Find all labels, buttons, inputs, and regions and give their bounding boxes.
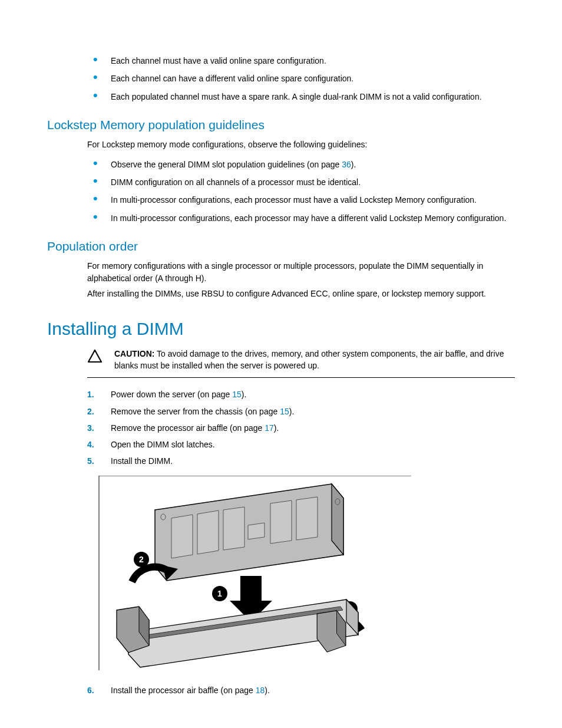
text: Install the processor air baffle (on pag… bbox=[111, 686, 256, 695]
install-steps: Power down the server (on page 15). Remo… bbox=[87, 386, 515, 469]
lockstep-bullet-list: Observe the general DIMM slot population… bbox=[47, 156, 515, 227]
caution-text: CAUTION: To avoid damage to the drives, … bbox=[114, 348, 515, 372]
text: Observe the general DIMM slot population… bbox=[111, 160, 342, 169]
page-link[interactable]: 36 bbox=[342, 160, 351, 169]
caution-box: CAUTION: To avoid damage to the drives, … bbox=[87, 347, 515, 378]
text: ). bbox=[289, 407, 295, 416]
text: ). bbox=[265, 686, 270, 695]
svg-marker-9 bbox=[296, 497, 318, 540]
list-item: Install the DIMM. bbox=[87, 453, 515, 469]
heading-installing: Installing a DIMM bbox=[47, 316, 515, 342]
population-p2: After installing the DIMMs, use RBSU to … bbox=[87, 288, 515, 299]
svg-marker-6 bbox=[223, 507, 244, 550]
list-item: Install the processor air baffle (on pag… bbox=[87, 682, 515, 699]
text: Remove the server from the chassis (on p… bbox=[111, 407, 280, 416]
list-item: Observe the general DIMM slot population… bbox=[87, 156, 515, 173]
svg-marker-7 bbox=[248, 523, 265, 539]
dimm-install-figure: 1 2 2 bbox=[93, 476, 515, 676]
page-link[interactable]: 17 bbox=[265, 423, 274, 433]
list-item: In multi-processor configurations, each … bbox=[87, 209, 515, 227]
intro-bullet-list: Each channel must have a valid online sp… bbox=[47, 52, 515, 106]
text: ). bbox=[351, 160, 356, 169]
caution-label: CAUTION: bbox=[114, 349, 154, 358]
caution-icon bbox=[87, 348, 104, 372]
svg-marker-8 bbox=[270, 500, 292, 543]
heading-lockstep: Lockstep Memory population guidelines bbox=[47, 116, 515, 134]
list-item: Open the DIMM slot latches. bbox=[87, 436, 515, 453]
list-item: Each channel can have a different valid … bbox=[87, 70, 515, 87]
svg-marker-5 bbox=[197, 510, 219, 554]
text: Power down the server (on page bbox=[111, 390, 232, 399]
list-item: Each populated channel must have a spare… bbox=[87, 88, 515, 106]
list-item: In multi-processor configurations, each … bbox=[87, 191, 515, 209]
svg-text:2: 2 bbox=[139, 555, 144, 564]
svg-text:1: 1 bbox=[217, 589, 222, 598]
svg-marker-4 bbox=[171, 515, 193, 558]
install-steps-cont: Install the processor air baffle (on pag… bbox=[87, 682, 515, 699]
caution-body: To avoid damage to the drives, memory, a… bbox=[114, 349, 504, 370]
page-link[interactable]: 15 bbox=[280, 407, 289, 416]
list-item: Remove the server from the chassis (on p… bbox=[87, 403, 515, 420]
list-item: DIMM configuration on all channels of a … bbox=[87, 173, 515, 191]
text: Remove the processor air baffle (on page bbox=[111, 423, 265, 433]
list-item: Power down the server (on page 15). bbox=[87, 386, 515, 403]
heading-population: Population order bbox=[47, 238, 515, 255]
population-p1: For memory configurations with a single … bbox=[87, 260, 515, 284]
list-item: Each channel must have a valid online sp… bbox=[87, 52, 515, 70]
page-link[interactable]: 15 bbox=[232, 390, 242, 399]
text: ). bbox=[274, 423, 279, 433]
text: ). bbox=[242, 390, 247, 399]
page-link[interactable]: 18 bbox=[256, 686, 265, 695]
list-item: Remove the processor air baffle (on page… bbox=[87, 420, 515, 436]
lockstep-intro: For Lockstep memory mode configurations,… bbox=[87, 139, 515, 150]
